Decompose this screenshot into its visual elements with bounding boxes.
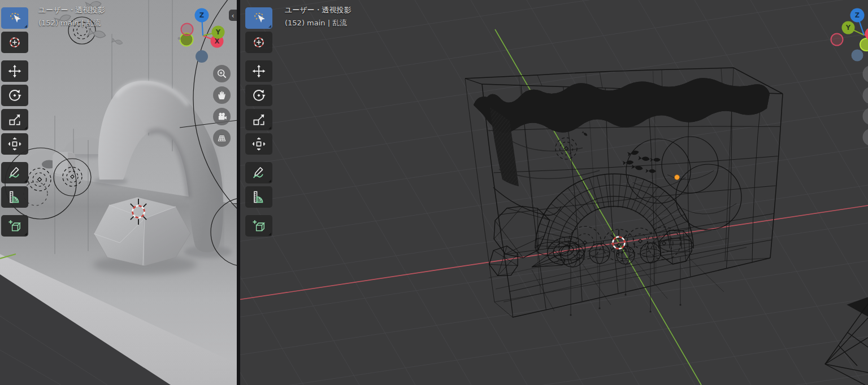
tool-select-lasso-button[interactable] xyxy=(245,7,272,29)
measure-icon xyxy=(251,190,266,204)
navigation-gizmo[interactable]: XYZ xyxy=(825,5,868,69)
subtool-indicator xyxy=(268,180,271,182)
tool-move-button[interactable] xyxy=(245,60,272,82)
nav-perspective-grid-button[interactable] xyxy=(213,129,231,147)
gizmo-axis-z-neg[interactable] xyxy=(852,50,863,62)
tool-annotate-button[interactable] xyxy=(1,162,28,183)
add-cube-icon xyxy=(7,218,22,233)
gizmo-axis-z[interactable]: Z xyxy=(850,8,865,23)
measure-icon xyxy=(7,190,22,204)
object-origin-dot[interactable] xyxy=(675,175,680,180)
nav-pan-button[interactable] xyxy=(213,86,231,104)
nav-camera-view-button[interactable] xyxy=(213,108,231,125)
annotate-icon xyxy=(7,165,22,180)
viewport-left: ユーザー・透視投影 (152) main | 乱流 XYZ ‹ xyxy=(0,0,238,385)
svg-text:Y: Y xyxy=(215,28,221,36)
zoom-icon xyxy=(216,68,228,80)
tool-transform-button[interactable] xyxy=(245,133,272,155)
subtool-indicator xyxy=(24,25,27,28)
subtool-indicator xyxy=(24,180,27,182)
camera-view-icon xyxy=(216,111,228,123)
move-icon xyxy=(7,64,22,78)
rotate-icon xyxy=(7,88,22,103)
viewport-divider[interactable] xyxy=(237,0,240,385)
cursor-3d-icon xyxy=(251,35,266,50)
pan-icon xyxy=(216,89,228,101)
tool-move-button[interactable] xyxy=(1,60,28,82)
annotate-icon xyxy=(251,165,266,180)
gizmo-axis-z[interactable]: Z xyxy=(195,8,209,23)
subtool-indicator xyxy=(24,233,27,235)
viewport-canvas-right[interactable] xyxy=(238,0,868,385)
viewport-right: ユーザー・透視投影 (152) main | 乱流 XYZ xyxy=(238,0,868,385)
svg-text:Z: Z xyxy=(855,11,860,19)
transform-icon xyxy=(7,137,22,151)
tool-annotate-button[interactable] xyxy=(245,162,272,183)
tool-measure-button[interactable] xyxy=(1,186,28,208)
tool-select-lasso-button[interactable] xyxy=(1,7,28,29)
sidebar-toggle-tab[interactable]: ‹ xyxy=(229,10,237,21)
subtool-indicator xyxy=(268,126,271,129)
navigation-gizmo[interactable]: XYZ xyxy=(172,5,229,69)
tool-cursor-3d-button[interactable] xyxy=(1,32,28,53)
subtool-indicator xyxy=(24,126,27,129)
tool-transform-button[interactable] xyxy=(1,133,28,155)
chevron-left-icon: ‹ xyxy=(231,11,234,20)
add-cube-icon xyxy=(251,218,266,233)
tool-rotate-button[interactable] xyxy=(1,85,28,106)
select-lasso-icon xyxy=(7,11,22,25)
gizmo-axis-z-neg[interactable] xyxy=(196,50,208,63)
gizmo-axis-y[interactable]: Y xyxy=(212,26,225,39)
tool-add-cube-button[interactable] xyxy=(245,215,272,237)
gizmo-axis-x-neg[interactable] xyxy=(181,24,193,36)
tool-cursor-3d-button[interactable] xyxy=(245,32,272,53)
transform-icon xyxy=(251,137,266,151)
cursor-3d-icon xyxy=(7,35,22,50)
svg-text:Z: Z xyxy=(199,11,204,19)
rotate-icon xyxy=(251,88,266,103)
subtool-indicator xyxy=(268,233,271,235)
scale-icon xyxy=(7,112,22,127)
blender-window: ユーザー・透視投影 (152) main | 乱流 XYZ ‹ xyxy=(0,0,868,385)
gizmo-dot xyxy=(178,37,181,40)
subtool-indicator xyxy=(268,25,271,28)
tool-scale-button[interactable] xyxy=(245,109,272,130)
gizmo-axis-y-neg[interactable] xyxy=(860,38,868,51)
gizmo-axis-x-neg[interactable] xyxy=(831,34,843,46)
tool-measure-button[interactable] xyxy=(245,186,272,208)
move-icon xyxy=(251,64,266,78)
gizmo-axis-y[interactable]: Y xyxy=(842,21,855,34)
select-lasso-icon xyxy=(251,11,266,25)
tool-scale-button[interactable] xyxy=(1,109,28,130)
scale-icon xyxy=(251,112,266,127)
tool-rotate-button[interactable] xyxy=(245,85,272,106)
nav-zoom-button[interactable] xyxy=(213,65,231,82)
perspective-grid-icon xyxy=(216,132,228,144)
svg-text:Y: Y xyxy=(845,24,851,32)
tool-add-cube-button[interactable] xyxy=(1,215,28,237)
